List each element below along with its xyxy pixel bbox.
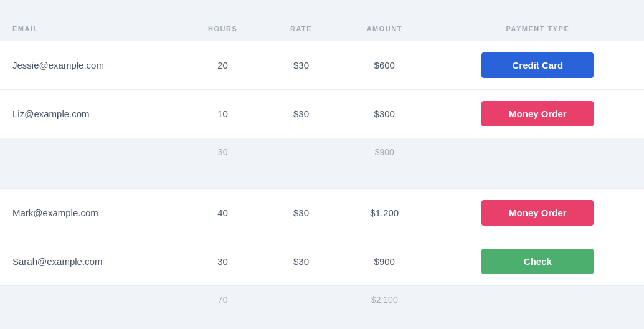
cell-hours: 20: [181, 41, 265, 90]
cell-rate: $30: [265, 89, 338, 138]
subtotal-rate-cell: [265, 138, 338, 166]
header-rate: Rate: [265, 16, 338, 41]
cell-amount: $900: [338, 237, 432, 285]
cell-rate: $30: [265, 237, 338, 285]
header-hours: Hours: [181, 16, 265, 41]
table-row: Jessie@example.com 20 $30 $600 Credit Ca…: [0, 41, 644, 90]
table-row: Mark@example.com 40 $30 $1,200 Money Ord…: [0, 188, 644, 237]
cell-payment-type: Credit Card: [432, 41, 644, 90]
cell-payment-type: Money Order: [432, 188, 644, 237]
cell-hours: 40: [181, 188, 265, 237]
subtotal-amount-cell: $900: [338, 138, 432, 166]
cell-amount: $600: [338, 41, 432, 90]
table-row: Sarah@example.com 30 $30 $900 Check: [0, 237, 644, 285]
spacer-row: [0, 166, 644, 189]
payment-badge: Money Order: [481, 200, 594, 226]
header-payment-type: Payment Type: [432, 16, 644, 41]
subtotal-row: 30 $900: [0, 138, 644, 166]
cell-hours: 10: [181, 89, 265, 138]
payment-badge: Credit Card: [481, 52, 594, 78]
data-table: Email Hours Rate Amount Payment Type Jes…: [0, 16, 644, 313]
table-container: Email Hours Rate Amount Payment Type Jes…: [0, 16, 644, 313]
header-email: Email: [0, 16, 181, 41]
cell-payment-type: Check: [432, 237, 644, 285]
cell-payment-type: Money Order: [432, 89, 644, 138]
subtotal-email-cell: [0, 285, 181, 313]
subtotal-amount-cell: $2,100: [338, 285, 432, 313]
cell-amount: $300: [338, 89, 432, 138]
cell-rate: $30: [265, 188, 338, 237]
subtotal-hours-cell: 30: [181, 138, 265, 166]
header-amount: Amount: [338, 16, 432, 41]
subtotal-payment-cell: [432, 285, 644, 313]
cell-hours: 30: [181, 237, 265, 285]
subtotal-email-cell: [0, 138, 181, 166]
cell-email: Liz@example.com: [0, 89, 181, 138]
cell-email: Sarah@example.com: [0, 237, 181, 285]
spacer-cell: [0, 166, 644, 189]
cell-email: Jessie@example.com: [0, 41, 181, 90]
subtotal-payment-cell: [432, 138, 644, 166]
payment-badge: Money Order: [481, 101, 594, 126]
payment-badge: Check: [481, 249, 594, 274]
subtotal-row: 70 $2,100: [0, 285, 644, 313]
table-row: Liz@example.com 10 $30 $300 Money Order: [0, 89, 644, 138]
cell-amount: $1,200: [338, 188, 432, 237]
cell-rate: $30: [265, 41, 338, 90]
subtotal-hours-cell: 70: [181, 285, 265, 313]
subtotal-rate-cell: [265, 285, 338, 313]
cell-email: Mark@example.com: [0, 188, 181, 237]
